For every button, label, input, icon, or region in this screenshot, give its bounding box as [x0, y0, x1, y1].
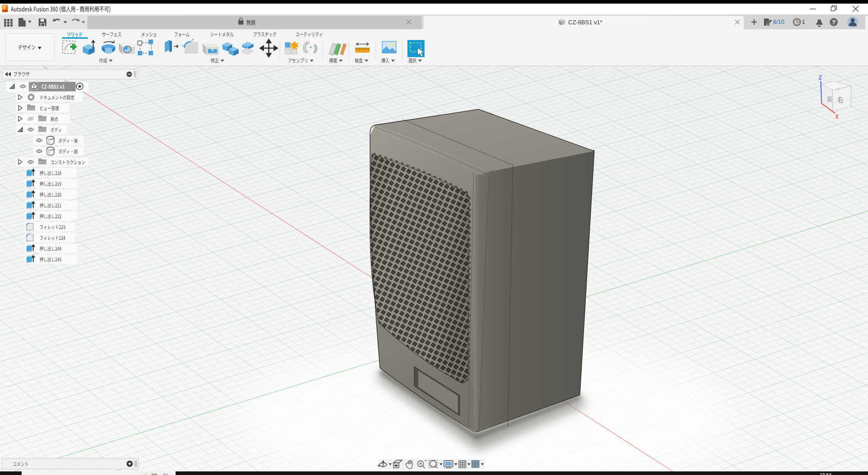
svg-text:=i: =i [143, 473, 147, 475]
svg-text:?: ? [832, 19, 836, 26]
svg-text:G!: G! [163, 473, 168, 475]
svg-text:3Q: 3Q [151, 473, 158, 475]
svg-text:13:54: 13:54 [820, 473, 832, 475]
